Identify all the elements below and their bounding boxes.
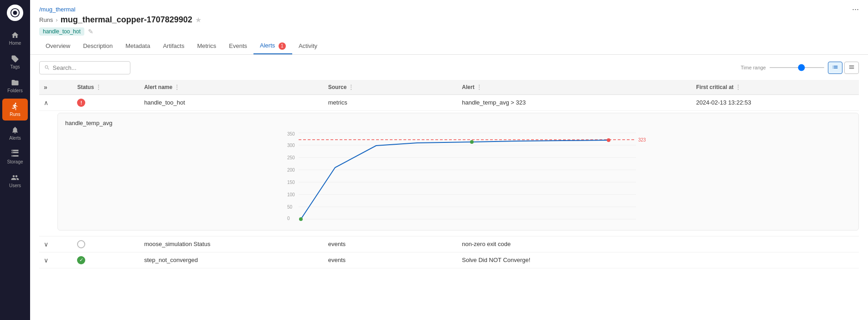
sidebar: Home Tags Folders Runs Alerts Storage Us… (0, 0, 30, 320)
sidebar-item-tags[interactable]: Tags (2, 51, 28, 73)
main-content: /mug_thermal ··· Runs › mug_thermal_copp… (30, 0, 868, 320)
first-critical-cell: 2024-02-13 13:22:53 (692, 94, 859, 110)
alert-col-menu[interactable]: ⋮ (476, 84, 482, 90)
sidebar-item-label: Users (9, 183, 21, 188)
time-range-label: Time range (741, 65, 766, 70)
table-header-row: » Status ⋮ Alert name ⋮ (39, 80, 859, 95)
search-icon (44, 64, 50, 71)
alert-name-cell: moose_simulation Status (140, 236, 324, 252)
alert-name-header: Alert name (144, 84, 172, 90)
svg-text:0: 0 (287, 216, 290, 221)
breadcrumb: Runs › mug_thermal_copper-1707829902 ★ (30, 14, 868, 25)
sidebar-item-storage[interactable]: Storage (2, 146, 28, 168)
chart-svg: 0 50 100 150 200 250 300 350 (65, 131, 851, 222)
sidebar-item-label: Runs (10, 112, 20, 117)
svg-text:350: 350 (287, 131, 295, 136)
tab-overview[interactable]: Overview (39, 39, 77, 54)
search-input[interactable] (53, 64, 125, 71)
chart-view-button[interactable] (828, 62, 842, 74)
chart-row: handle_temp_avg 0 50 100 150 200 250 300 (39, 110, 859, 236)
expand-row-button[interactable]: ∨ (44, 257, 48, 264)
svg-text:250: 250 (287, 155, 295, 160)
more-button[interactable]: ··· (852, 5, 859, 14)
status-ok-icon: ✓ (77, 256, 85, 264)
search-box (39, 61, 130, 74)
alert-name-col-menu[interactable]: ⋮ (174, 84, 180, 90)
first-critical-col-menu[interactable]: ⋮ (735, 84, 741, 90)
sidebar-item-home[interactable]: Home (2, 27, 28, 49)
svg-text:323: 323 (638, 137, 646, 142)
alert-name-cell: step_not_converged (140, 252, 324, 268)
tab-metrics[interactable]: Metrics (191, 39, 222, 54)
status-pending-icon (77, 240, 85, 248)
breadcrumb-runs[interactable]: Runs (39, 16, 53, 23)
first-critical-header: First critical at (696, 84, 734, 90)
time-range-slider[interactable] (770, 67, 824, 68)
first-critical-cell (692, 236, 859, 252)
sidebar-item-folders[interactable]: Folders (2, 75, 28, 97)
root-breadcrumb[interactable]: /mug_thermal (39, 6, 75, 13)
svg-point-20 (299, 217, 303, 221)
list-view-button[interactable] (844, 62, 859, 74)
svg-text:150: 150 (287, 180, 295, 185)
status-header: Status (77, 84, 94, 90)
star-icon[interactable]: ★ (195, 16, 202, 24)
tabs: Overview Description Metadata Artifacts … (30, 38, 868, 55)
tab-events[interactable]: Events (222, 39, 253, 54)
chart-title: handle_temp_avg (65, 120, 851, 126)
svg-point-21 (470, 140, 474, 144)
tab-artifacts[interactable]: Artifacts (156, 39, 191, 54)
source-cell: events (324, 252, 458, 268)
view-toggle (828, 62, 859, 74)
sidebar-item-label: Folders (7, 88, 22, 93)
sidebar-item-label: Tags (10, 64, 20, 69)
status-col-menu[interactable]: ⋮ (96, 84, 101, 90)
time-range-area: Time range (741, 62, 859, 74)
alert-name-cell: handle_too_hot (140, 94, 324, 110)
edit-icon[interactable]: ✎ (88, 28, 93, 35)
source-cell: metrics (324, 94, 458, 110)
sidebar-item-label: Alerts (9, 136, 21, 141)
sidebar-item-label: Home (9, 41, 21, 46)
alert-header: Alert (462, 84, 474, 90)
alert-cell: Solve Did NOT Converge! (457, 252, 692, 268)
svg-point-22 (607, 138, 610, 142)
breadcrumb-separator: › (56, 16, 57, 23)
source-col-menu[interactable]: ⋮ (348, 84, 354, 90)
tab-activity[interactable]: Activity (292, 39, 324, 54)
app-logo[interactable] (7, 5, 23, 21)
tab-description[interactable]: Description (77, 39, 119, 54)
expand-all-icon[interactable]: » (44, 84, 47, 91)
source-header: Source (328, 84, 347, 90)
table-row: ∧ ! handle_too_hot metrics handle_temp_a… (39, 94, 859, 110)
table-row: ∨ moose_simulation Status events non-zer… (39, 236, 859, 252)
alert-cell: handle_temp_avg > 323 (457, 94, 692, 110)
alerts-toolbar: Time range (39, 61, 859, 74)
tab-metadata[interactable]: Metadata (119, 39, 156, 54)
sidebar-item-alerts[interactable]: Alerts (2, 122, 28, 144)
source-cell: events (324, 236, 458, 252)
sidebar-item-users[interactable]: Users (2, 170, 28, 192)
svg-text:100: 100 (287, 192, 295, 197)
svg-text:300: 300 (287, 143, 295, 148)
tag-row: handle_too_hot ✎ (30, 25, 868, 38)
svg-point-1 (13, 10, 17, 15)
first-critical-cell (692, 252, 859, 268)
chart-container: handle_temp_avg 0 50 100 150 200 250 300 (57, 113, 859, 231)
alerts-table: » Status ⋮ Alert name ⋮ (39, 80, 859, 268)
alert-badge: 1 (279, 42, 286, 50)
svg-text:50: 50 (287, 205, 293, 210)
content-area: Time range » (30, 55, 868, 320)
tag-badge: handle_too_hot (39, 27, 84, 36)
status-critical-icon: ! (77, 99, 85, 107)
alert-cell: non-zero exit code (457, 236, 692, 252)
expand-row-button[interactable]: ∨ (44, 241, 48, 248)
breadcrumb-current: mug_thermal_copper-1707829902 (61, 15, 192, 25)
collapse-row-button[interactable]: ∧ (44, 99, 48, 106)
sidebar-item-label: Storage (7, 159, 23, 164)
topbar: /mug_thermal ··· (30, 0, 868, 14)
table-row: ∨ ✓ step_not_converged events Solve Did … (39, 252, 859, 268)
sidebar-item-runs[interactable]: Runs (2, 99, 28, 121)
svg-text:200: 200 (287, 168, 295, 173)
tab-alerts[interactable]: Alerts 1 (253, 38, 292, 54)
